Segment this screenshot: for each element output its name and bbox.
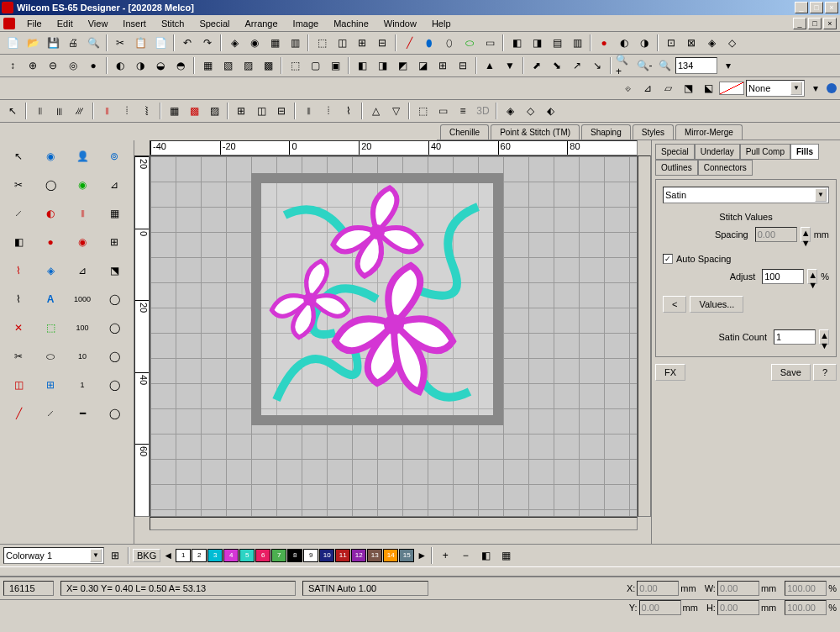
stitch-tool[interactable]: ⦀	[97, 102, 116, 120]
stitch-tool[interactable]: ▦	[165, 102, 183, 120]
cut-button[interactable]: ✂	[111, 34, 129, 52]
fx-button[interactable]: FX	[655, 364, 685, 381]
stitch-tool[interactable]: ⦚	[138, 102, 156, 120]
tool[interactable]: ◯	[35, 172, 66, 198]
stitch-tool[interactable]: ◈	[501, 102, 519, 120]
new-button[interactable]: 📄	[3, 34, 22, 52]
dropdown-arrow-icon[interactable]: ▼	[815, 188, 827, 202]
tab-special[interactable]: Special	[655, 144, 695, 160]
stitch-tool[interactable]: ⫼	[50, 102, 69, 120]
panel-save-button[interactable]: Save	[771, 364, 811, 381]
color-swatch[interactable]: 8	[287, 549, 302, 562]
tool-button[interactable]: ◇	[722, 34, 741, 52]
tool[interactable]: ⬭	[35, 344, 66, 369]
redo-button[interactable]: ↷	[198, 34, 217, 52]
color-swatch[interactable]: 7	[271, 549, 286, 562]
tool-button[interactable]: ◒	[151, 56, 170, 75]
tab-shaping[interactable]: Shaping	[581, 124, 631, 140]
stitch-tool[interactable]: ▭	[433, 102, 452, 120]
adjust-spinner[interactable]: ▲▼	[807, 269, 817, 284]
tool-button[interactable]: ⊕	[24, 56, 42, 75]
zoom-fit-button[interactable]: 🔍	[655, 56, 674, 75]
tool[interactable]: ⟋	[3, 201, 34, 226]
tool[interactable]: ●	[35, 229, 66, 255]
color-swatch[interactable]: 14	[383, 549, 398, 562]
tab-chenille[interactable]: Chenille	[440, 124, 489, 140]
stitch-tool[interactable]: ◇	[521, 102, 539, 120]
color-swatch[interactable]: 6	[255, 549, 270, 562]
menu-machine[interactable]: Machine	[327, 17, 375, 30]
tool-button[interactable]: ◐	[111, 56, 129, 75]
color-swatch[interactable]: 3	[207, 549, 223, 562]
tool-button[interactable]: ◎	[64, 56, 82, 75]
tab-point-stitch[interactable]: Point & Stitch (TM)	[491, 124, 580, 140]
tool-button[interactable]: ⊖	[44, 56, 62, 75]
zoom-out-button[interactable]: 🔍-	[635, 56, 654, 75]
colorway-dropdown[interactable]: Colorway 1 ▼	[3, 547, 104, 564]
menu-view[interactable]: View	[81, 17, 115, 30]
tool-button[interactable]: ◉	[245, 34, 264, 52]
tool-button[interactable]: ▲	[480, 56, 499, 75]
text-tool[interactable]: A	[35, 287, 66, 312]
tool[interactable]: 10	[67, 344, 97, 369]
stitch-tool[interactable]: ⫻	[71, 102, 89, 120]
tool-button[interactable]: ◨	[528, 34, 546, 52]
tool[interactable]: ⬚	[35, 315, 66, 340]
color-swatch[interactable]: 4	[223, 549, 239, 562]
tab-styles[interactable]: Styles	[633, 124, 674, 140]
color-swatch[interactable]: 1	[176, 549, 191, 562]
colorway-tool[interactable]: ⊞	[106, 546, 124, 565]
tool[interactable]: ⊞	[99, 229, 129, 255]
stitch-tool[interactable]: ▽	[386, 102, 405, 120]
tool[interactable]: 👤	[67, 144, 97, 169]
undo-button[interactable]: ↶	[178, 34, 197, 52]
dropdown-arrow-icon[interactable]: ▼	[90, 549, 102, 562]
tool-button[interactable]: ⊠	[682, 34, 701, 52]
tool-button[interactable]: ◪	[413, 56, 432, 75]
color-swatch[interactable]: 15	[399, 549, 414, 562]
tool[interactable]: ━	[67, 401, 97, 426]
bkg-button[interactable]: BKG	[133, 549, 160, 562]
color-swatch[interactable]: 9	[303, 549, 318, 562]
tab-connectors[interactable]: Connectors	[698, 160, 753, 176]
stitch-tool[interactable]: ⬚	[413, 102, 432, 120]
satin-count-input[interactable]	[774, 329, 816, 345]
tool[interactable]: ⌇	[3, 287, 34, 312]
tool[interactable]: ◉	[67, 229, 97, 255]
auto-spacing-checkbox[interactable]: ✓	[663, 254, 673, 264]
print-button[interactable]: 🖨	[64, 34, 82, 52]
tool-button[interactable]: ⬭	[460, 34, 479, 52]
color-swatch[interactable]: 12	[351, 549, 366, 562]
tool-button[interactable]: ↗	[568, 56, 586, 75]
tool-button[interactable]: ⊟	[373, 34, 391, 52]
tool-button[interactable]: ▼	[501, 56, 519, 75]
tool-button[interactable]: ▤	[548, 34, 566, 52]
tool[interactable]: ✕	[3, 315, 34, 340]
adjust-input[interactable]	[762, 269, 804, 284]
stitch-tool[interactable]: ▩	[185, 102, 203, 120]
close-button[interactable]: ×	[825, 2, 838, 13]
color-tool[interactable]: ◧	[476, 546, 495, 565]
stitch-tool[interactable]: △	[366, 102, 385, 120]
menu-window[interactable]: Window	[377, 17, 423, 30]
tool-button[interactable]: ▦	[265, 34, 284, 52]
tool[interactable]: ⦀	[67, 201, 97, 226]
tool-button[interactable]: ▨	[239, 56, 257, 75]
tool-button[interactable]: ▣	[326, 56, 344, 75]
tool-button[interactable]: ◧	[353, 56, 371, 75]
tool[interactable]: ⬔	[99, 258, 129, 283]
tool[interactable]: ◯	[99, 344, 129, 369]
tool-button[interactable]: ◫	[333, 34, 351, 52]
tool-button[interactable]: ◑	[131, 56, 150, 75]
tool[interactable]: ⟋	[35, 401, 66, 426]
tool-button[interactable]: ⊟	[454, 56, 472, 75]
menu-special[interactable]: Special	[192, 17, 236, 30]
stitch-tool[interactable]: ⌇	[339, 102, 358, 120]
tool-button[interactable]: ◈	[702, 34, 721, 52]
values-button[interactable]: Values...	[690, 296, 743, 313]
tool-button[interactable]: ⊡	[662, 34, 680, 52]
tool[interactable]: ◯	[99, 315, 129, 340]
select-tool[interactable]: ↖	[3, 102, 22, 120]
menu-image[interactable]: Image	[286, 17, 326, 30]
child-minimize-button[interactable]: _	[793, 18, 806, 29]
